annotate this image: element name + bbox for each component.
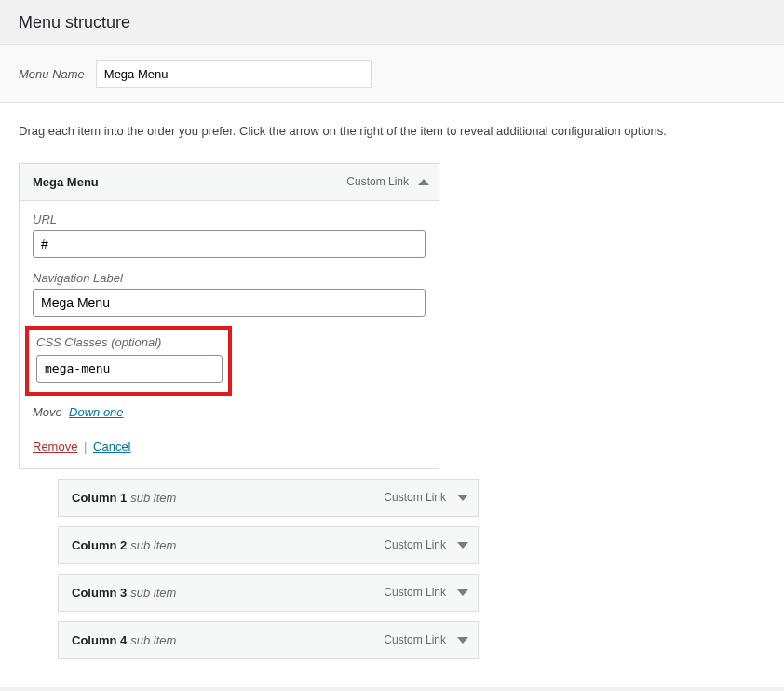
sub-item-type: Custom Link (384, 538, 446, 551)
nav-label-field: Navigation Label (33, 271, 426, 317)
sub-items-list: Column 1 sub item Custom Link Column 2 s… (19, 479, 765, 659)
sub-item-subtext: sub item (130, 586, 176, 600)
section-heading: Menu structure (0, 0, 784, 45)
menu-item-expanded: Mega Menu Custom Link URL Navigation Lab… (19, 163, 439, 469)
css-classes-input[interactable] (36, 355, 223, 383)
nav-label-label: Navigation Label (33, 271, 426, 285)
menu-items-area: Mega Menu Custom Link URL Navigation Lab… (0, 148, 784, 687)
menu-item-body: URL Navigation Label CSS Classes (option… (20, 201, 439, 468)
sub-item-title: Column 1 (72, 491, 127, 505)
heading-title: Menu structure (19, 13, 765, 33)
sub-item-title: Column 4 (72, 633, 127, 647)
menu-item-title: Mega Menu (33, 175, 346, 189)
triangle-up-icon[interactable] (418, 179, 429, 185)
move-row: Move Down one (33, 405, 426, 419)
actions-separator: | (77, 440, 93, 454)
sub-menu-item[interactable]: Column 2 sub item Custom Link (58, 526, 479, 564)
triangle-down-icon[interactable] (457, 589, 468, 596)
sub-item-subtext: sub item (130, 633, 176, 647)
url-input[interactable] (33, 230, 426, 258)
url-label: URL (33, 212, 426, 226)
item-actions: Remove | Cancel (33, 440, 426, 454)
sub-item-title: Column 3 (72, 586, 127, 600)
sub-item-subtext: sub item (130, 538, 176, 552)
css-classes-highlight: CSS Classes (optional) (25, 326, 232, 396)
url-field: URL (33, 212, 426, 258)
sub-item-type: Custom Link (384, 633, 446, 646)
menu-item-header[interactable]: Mega Menu Custom Link (20, 164, 439, 201)
sub-item-title: Column 2 (72, 538, 127, 552)
menu-name-row: Menu Name (0, 45, 784, 103)
triangle-down-icon[interactable] (457, 542, 468, 549)
cancel-link[interactable]: Cancel (93, 440, 130, 454)
triangle-down-icon[interactable] (457, 637, 468, 644)
move-label: Move (33, 405, 62, 419)
nav-label-input[interactable] (33, 289, 426, 317)
sub-menu-item[interactable]: Column 4 sub item Custom Link (58, 621, 479, 659)
remove-link[interactable]: Remove (33, 440, 77, 454)
sub-item-subtext: sub item (130, 491, 176, 505)
sub-menu-item[interactable]: Column 3 sub item Custom Link (58, 574, 479, 612)
move-down-one-link[interactable]: Down one (69, 405, 124, 419)
sub-item-type: Custom Link (384, 491, 446, 504)
menu-name-label: Menu Name (19, 67, 85, 81)
sub-menu-item[interactable]: Column 1 sub item Custom Link (58, 479, 479, 517)
triangle-down-icon[interactable] (457, 495, 468, 501)
menu-name-input[interactable] (96, 60, 372, 88)
sub-item-type: Custom Link (384, 586, 446, 599)
css-classes-label: CSS Classes (optional) (36, 335, 221, 349)
menu-item-type: Custom Link (346, 175, 409, 188)
instructions-text: Drag each item into the order you prefer… (0, 103, 784, 148)
